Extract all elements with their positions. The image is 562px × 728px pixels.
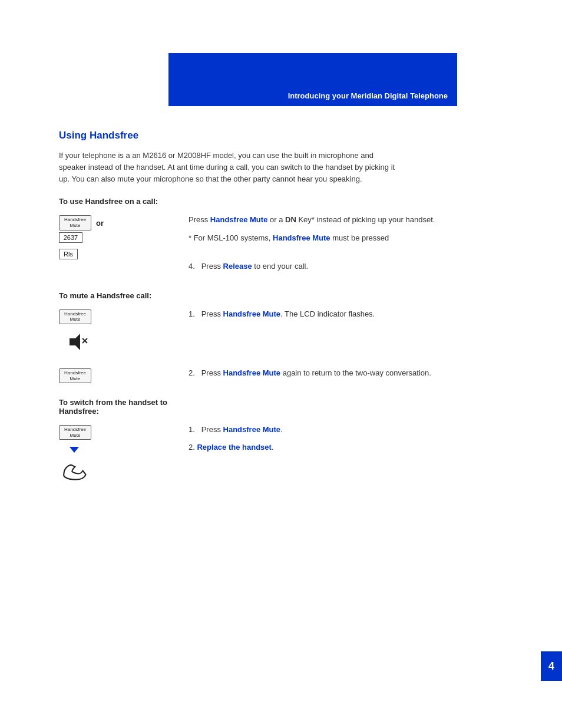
- sub2-left-col-2: HandsfreeMute: [59, 367, 177, 383]
- sub1-instruction-row: HandsfreeMute or 2637 Rls Press Handsfre…: [59, 214, 507, 278]
- sub2-heading: To mute a Handsfree call:: [59, 291, 507, 300]
- page-number-tab: 4: [541, 651, 562, 681]
- sub3-item2: 2. Replace the handset.: [189, 442, 507, 453]
- or-label: or: [96, 219, 104, 228]
- dn-key-number: 2637: [59, 232, 82, 243]
- svg-marker-0: [70, 334, 80, 350]
- handsfree-mute-key-2: HandsfreeMute: [59, 309, 91, 324]
- sub-section-3: To switch from the handset toHandsfree: …: [59, 398, 507, 483]
- header-banner: Introducing your Meridian Digital Teleph…: [168, 53, 457, 106]
- sub1-right-col: Press Handsfree Mute or a DN Key* instea…: [177, 214, 507, 278]
- sub1-key-row: HandsfreeMute or: [59, 215, 104, 230]
- sub1-handsfree-mute-note: Handsfree Mute: [273, 233, 330, 242]
- sub1-item-press: Press Handsfree Mute or a DN Key* instea…: [189, 214, 507, 226]
- sub2-instruction-row-1: HandsfreeMute 1. Press Handsfree Mute. T…: [59, 308, 507, 355]
- sub3-replace-handset-label: Replace the handset: [197, 443, 271, 452]
- handset-icon: [61, 460, 91, 483]
- handsfree-mute-key-4: HandsfreeMute: [59, 425, 91, 440]
- sub2-right-col-2: 2. Press Handsfree Mute again to return …: [177, 367, 507, 385]
- sub1-heading: To use Handsfree on a call:: [59, 197, 507, 206]
- speaker-mute-icon: [65, 330, 88, 355]
- page-number: 4: [548, 660, 554, 673]
- svg-marker-3: [70, 447, 79, 453]
- sub3-right-col: 1. Press Handsfree Mute. 2. Replace the …: [177, 424, 507, 459]
- main-content: Using Handsfree If your telephone is a a…: [59, 130, 507, 496]
- release-key: Rls: [59, 249, 78, 259]
- sub1-item-note: * For MSL-100 systems, Handsfree Mute mu…: [189, 232, 507, 244]
- handsfree-mute-key-1: HandsfreeMute: [59, 215, 91, 230]
- sub1-item4: 4. Press Release to end your call.: [189, 261, 507, 272]
- sub2-instruction-row-2: HandsfreeMute 2. Press Handsfree Mute ag…: [59, 367, 507, 385]
- sub-section-1: To use Handsfree on a call: HandsfreeMut…: [59, 197, 507, 278]
- sub1-dn-label: DN: [285, 215, 296, 224]
- sub2-item2: 2. Press Handsfree Mute again to return …: [189, 367, 507, 379]
- intro-paragraph: If your telephone is a an M2616 or M2008…: [59, 150, 401, 185]
- release-label: Release: [223, 262, 252, 271]
- header-title: Introducing your Meridian Digital Teleph…: [288, 91, 448, 100]
- sub2-handsfree-mute-label-2: Handsfree Mute: [223, 368, 281, 377]
- sub3-heading: To switch from the handset toHandsfree:: [59, 398, 507, 416]
- sub3-handsfree-mute-label: Handsfree Mute: [223, 425, 281, 434]
- arrow-down-icon: [67, 442, 81, 458]
- sub1-left-col: HandsfreeMute or 2637 Rls: [59, 214, 177, 259]
- handsfree-mute-key-3: HandsfreeMute: [59, 368, 91, 383]
- sub3-left-col: HandsfreeMute: [59, 424, 177, 483]
- sub2-left-col-1: HandsfreeMute: [59, 308, 177, 355]
- sub1-handsfree-mute-label: Handsfree Mute: [210, 215, 268, 224]
- sub3-instruction-row: HandsfreeMute 1. Press Hands: [59, 424, 507, 483]
- sub2-handsfree-mute-label-1: Handsfree Mute: [223, 309, 281, 318]
- sub-section-2: To mute a Handsfree call: HandsfreeMute: [59, 291, 507, 385]
- sub2-right-col-1: 1. Press Handsfree Mute. The LCD indicat…: [177, 308, 507, 326]
- sub2-item1: 1. Press Handsfree Mute. The LCD indicat…: [189, 308, 507, 320]
- sub3-item1: 1. Press Handsfree Mute.: [189, 424, 507, 436]
- section-title: Using Handsfree: [59, 130, 507, 141]
